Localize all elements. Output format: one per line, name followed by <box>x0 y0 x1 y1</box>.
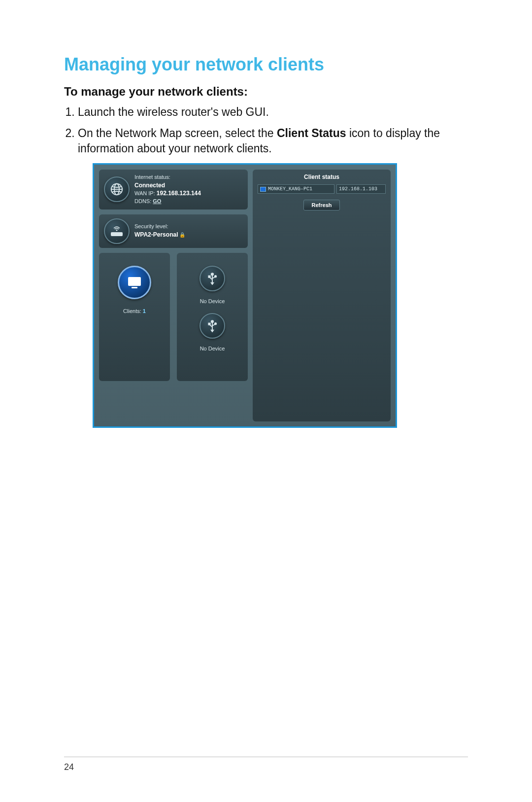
client-status-title: Client status <box>304 174 339 180</box>
page-title: Managing your network clients <box>64 54 468 75</box>
usb1-label: No Device <box>200 298 225 304</box>
svg-point-12 <box>211 320 213 322</box>
svg-rect-13 <box>208 323 210 324</box>
svg-point-14 <box>215 323 216 324</box>
usb-devices-card[interactable]: No Device <box>177 253 248 381</box>
lock-icon: 🔒 <box>179 232 185 238</box>
wan-ip-label: WAN IP: <box>134 190 155 196</box>
step-bold: Client Status <box>277 127 346 139</box>
globe-icon <box>104 176 130 202</box>
wan-ip-value: 192.168.123.144 <box>157 190 201 197</box>
steps-list: Launch the wireless router's web GUI. On… <box>64 105 468 156</box>
step-item: On the Network Map screen, select the Cl… <box>78 126 468 156</box>
client-name-cell[interactable]: MONKEY_KANG-PC1 <box>258 184 334 194</box>
svg-rect-5 <box>128 277 141 286</box>
ddns-label: DDNS: <box>134 198 151 204</box>
router-screenshot: Internet status: Connected WAN IP: 192.1… <box>93 163 397 428</box>
svg-rect-4 <box>111 232 123 236</box>
step-item: Launch the wireless router's web GUI. <box>78 105 468 120</box>
security-level-card[interactable]: Security level: WPA2-Personal🔒 <box>99 214 248 248</box>
section-subheading: To manage your network clients: <box>64 85 468 99</box>
security-label: Security level: <box>134 223 243 230</box>
usb-icon <box>200 266 225 291</box>
internet-status-label: Internet status: <box>134 174 170 180</box>
network-map-left: Internet status: Connected WAN IP: 192.1… <box>99 170 248 421</box>
svg-rect-6 <box>132 287 137 288</box>
client-monitor-icon <box>118 266 151 299</box>
page-footer: 24 <box>64 757 468 772</box>
usb2-label: No Device <box>200 346 225 351</box>
usb-icon <box>200 313 225 339</box>
svg-rect-9 <box>208 276 210 277</box>
ddns-go-link[interactable]: GO <box>153 198 161 204</box>
step-text: On the Network Map screen, select the <box>78 127 277 139</box>
client-name: MONKEY_KANG-PC1 <box>268 186 312 192</box>
internet-status-value: Connected <box>134 181 243 190</box>
client-ip: 192.168.1.103 <box>339 186 377 192</box>
internet-status-card[interactable]: Internet status: Connected WAN IP: 192.1… <box>99 170 248 209</box>
client-ip-cell[interactable]: 192.168.1.103 <box>336 184 386 194</box>
svg-point-3 <box>116 229 118 231</box>
refresh-button[interactable]: Refresh <box>303 200 340 210</box>
clients-card[interactable]: Clients: 1 <box>99 253 170 381</box>
page-number: 24 <box>64 762 74 772</box>
pc-icon <box>260 187 266 192</box>
client-row[interactable]: MONKEY_KANG-PC1 192.168.1.103 <box>258 184 386 194</box>
clients-count: 1 <box>143 308 146 314</box>
security-value: WPA2-Personal <box>134 231 178 238</box>
clients-label: Clients: <box>123 308 141 314</box>
router-icon <box>104 218 130 244</box>
svg-point-10 <box>215 276 216 277</box>
client-status-panel: Client status MONKEY_KANG-PC1 192.168.1.… <box>253 170 391 421</box>
svg-point-8 <box>211 273 213 275</box>
